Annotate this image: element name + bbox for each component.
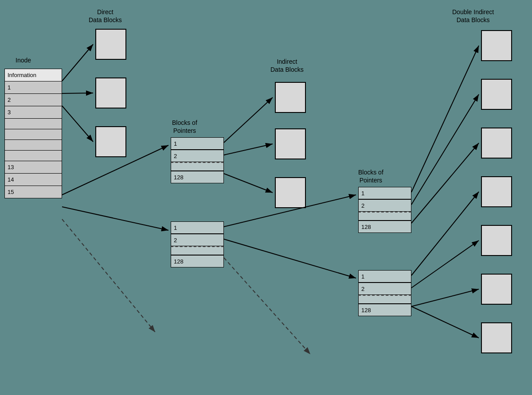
pg2-row1: 1 xyxy=(171,221,224,234)
double-indirect-block-6 xyxy=(481,274,512,305)
inode-container: Information 1 2 3 13 14 15 xyxy=(4,69,62,198)
arrow-pg2r2-pg4 xyxy=(224,239,356,278)
pg4-row1: 1 xyxy=(358,270,411,283)
arrow-pg1r128-ib3 xyxy=(224,174,273,193)
direct-data-blocks-label: DirectData Blocks xyxy=(89,8,122,24)
double-indirect-block-2 xyxy=(481,79,512,110)
pg3-row-dash xyxy=(358,212,411,221)
pointer-group-4: 1 2 128 xyxy=(358,270,411,316)
indirect-block-2 xyxy=(275,128,306,159)
inode-row-empty3 xyxy=(5,140,62,151)
pg2-row2: 2 xyxy=(171,234,224,246)
indirect-block-3 xyxy=(275,177,306,208)
pg3-row2: 2 xyxy=(358,199,411,212)
indirect-data-blocks-label: IndirectData Blocks xyxy=(270,58,304,74)
inode-row-info: Information xyxy=(5,69,62,81)
indirect-block-1 xyxy=(275,82,306,113)
inode-row-2: 2 xyxy=(5,94,62,106)
arrow-pg3r2-dib2 xyxy=(411,94,479,205)
inode-title: Inode xyxy=(16,57,31,64)
arrow-pg1r1-ib1 xyxy=(224,97,273,143)
pg3-row128: 128 xyxy=(358,221,411,233)
pointer-group-2: 1 2 128 xyxy=(171,221,224,267)
arrow-pg4r128-dib7 xyxy=(411,306,479,338)
pg1-row-dash xyxy=(171,162,224,171)
pointer-group-1: 1 2 128 xyxy=(171,137,224,183)
pg4-row-dash xyxy=(358,295,411,304)
arrow-pg4r1-dib4 xyxy=(411,192,479,275)
arrow-pg3r1-dib1 xyxy=(411,46,479,192)
inode-table: Information 1 2 3 13 14 15 xyxy=(4,69,62,198)
direct-block-2 xyxy=(95,77,126,108)
double-indirect-label: Double IndirectData Blocks xyxy=(452,8,494,24)
blocks-of-pointers-label-1: Blocks ofPointers xyxy=(172,119,197,135)
direct-block-3 xyxy=(95,126,126,157)
arrow-pg2r128-dashed xyxy=(224,258,310,354)
inode-row-empty1 xyxy=(5,119,62,129)
pg2-row128: 128 xyxy=(171,255,224,267)
arrow-inode3-direct3 xyxy=(62,106,93,142)
double-indirect-block-5 xyxy=(481,225,512,256)
pg1-row2: 2 xyxy=(171,150,224,162)
pointer-group-3: 1 2 128 xyxy=(358,187,411,233)
pg1-row128: 128 xyxy=(171,171,224,183)
inode-row-13: 13 xyxy=(5,161,62,174)
pg2-row-dash xyxy=(171,246,224,255)
pg4-row128: 128 xyxy=(358,304,411,316)
double-indirect-block-1 xyxy=(481,30,512,61)
arrow-inode14-pg2 xyxy=(62,207,168,230)
arrows-svg xyxy=(0,0,532,395)
arrow-pg1r2-ib2 xyxy=(224,144,273,155)
pg3-row1: 1 xyxy=(358,187,411,199)
arrow-inode2-direct2 xyxy=(62,93,93,93)
pg4-row2: 2 xyxy=(358,283,411,295)
direct-block-1 xyxy=(95,29,126,60)
inode-row-3: 3 xyxy=(5,106,62,119)
arrow-pg4r2-dib5 xyxy=(411,240,479,288)
inode-row-1: 1 xyxy=(5,81,62,94)
arrow-pg4r128-dib6 xyxy=(411,289,479,306)
arrow-pg3r128-dib3 xyxy=(411,143,479,223)
pg1-row1: 1 xyxy=(171,137,224,150)
inode-row-empty2 xyxy=(5,129,62,140)
double-indirect-block-4 xyxy=(481,176,512,207)
arrow-inode15-dashed xyxy=(62,219,155,332)
double-indirect-block-3 xyxy=(481,128,512,159)
double-indirect-block-7 xyxy=(481,322,512,353)
blocks-of-pointers-label-2: Blocks ofPointers xyxy=(358,168,383,184)
inode-row-14: 14 xyxy=(5,174,62,186)
inode-row-15: 15 xyxy=(5,186,62,198)
arrow-inode1-direct1 xyxy=(62,44,93,81)
inode-row-empty4 xyxy=(5,151,62,161)
